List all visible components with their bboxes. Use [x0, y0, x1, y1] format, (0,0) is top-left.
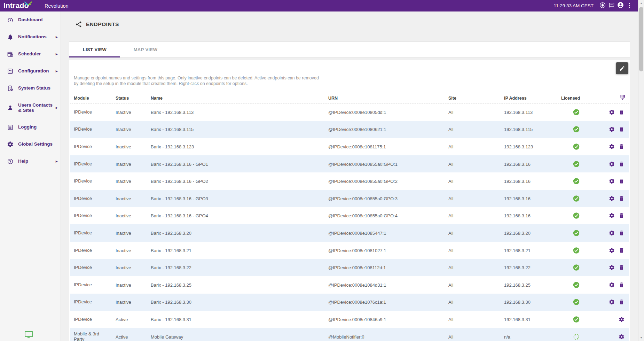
licensed-check-icon [573, 316, 580, 323]
delete-trash-icon[interactable] [619, 213, 625, 219]
delete-trash-icon[interactable] [619, 161, 625, 167]
help-circle-icon [7, 158, 14, 165]
cell-status: Active [116, 317, 128, 322]
chat-icon[interactable] [608, 2, 615, 9]
table-row[interactable]: IPDeviceInactiveBarix - 192.168.3.20@IPD… [70, 224, 629, 242]
column-header-ip[interactable]: IP Address [504, 96, 527, 101]
delete-trash-icon[interactable] [619, 178, 625, 184]
delete-trash-icon[interactable] [619, 282, 625, 288]
edit-button[interactable] [616, 62, 628, 74]
settings-gear-icon[interactable] [609, 195, 615, 201]
settings-gear-icon[interactable] [609, 161, 615, 167]
settings-gear-icon[interactable] [609, 178, 615, 184]
table-row[interactable]: IPDeviceInactiveBarix - 192.168.3.16 - G… [70, 172, 629, 190]
sidebar-item-system-status[interactable]: System Status [0, 80, 61, 97]
table-row[interactable]: IPDeviceInactiveBarix - 192.168.3.16 - G… [70, 190, 629, 207]
scrollbar-thumb[interactable] [639, 7, 643, 71]
cell-module: Mobile & 3rd Party [74, 331, 110, 341]
delete-trash-icon[interactable] [619, 126, 625, 132]
cell-urn: @IPDevice:0008e1084d31:1 [328, 282, 386, 287]
column-filter-icon[interactable] [619, 94, 626, 102]
row-actions [609, 109, 625, 115]
settings-gear-icon[interactable] [609, 144, 615, 149]
table-row[interactable]: IPDeviceInactiveBarix - 192.168.3.22@IPD… [70, 259, 629, 276]
sidebar-item-configuration[interactable]: Configuration▶ [0, 63, 61, 80]
delete-trash-icon[interactable] [619, 195, 625, 201]
delete-trash-icon[interactable] [619, 144, 625, 149]
cell-name: Barix - 192.168.3.16 - GPO4 [151, 213, 208, 218]
bell-icon [7, 34, 14, 40]
tab-map-view[interactable]: MAP VIEW [120, 42, 171, 57]
account-icon[interactable] [617, 1, 624, 9]
table-row[interactable]: IPDeviceActiveBarix - 192.168.3.31@IPDev… [70, 311, 629, 328]
settings-gear-icon[interactable] [619, 334, 625, 340]
cell-site: All [448, 213, 453, 218]
cell-module: IPDevice [74, 317, 110, 322]
settings-gear-icon[interactable] [609, 247, 615, 253]
table-row[interactable]: IPDeviceInactiveBarix - 192.168.3.123@IP… [70, 138, 629, 155]
cell-name: Barix - 192.168.3.16 - GPO1 [151, 161, 208, 166]
alarm-icon[interactable] [599, 2, 606, 9]
row-actions [609, 265, 625, 271]
row-actions [619, 334, 625, 340]
column-header-module[interactable]: Module [74, 96, 89, 101]
settings-gear-icon[interactable] [609, 109, 615, 115]
vertical-scrollbar[interactable]: ▲ ▼ [638, 0, 644, 341]
settings-gear-icon[interactable] [609, 126, 615, 132]
table-row[interactable]: Mobile & 3rd PartyActiveMobile Gateway@M… [70, 328, 629, 341]
delete-trash-icon[interactable] [619, 230, 625, 236]
table-row[interactable]: IPDeviceInactiveBarix - 192.168.3.16 - G… [70, 207, 629, 225]
cell-ip-address: 192.168.3.25 [504, 282, 531, 287]
licensed-check-icon [573, 160, 580, 168]
delete-trash-icon[interactable] [619, 247, 625, 253]
settings-gear-icon[interactable] [619, 316, 625, 322]
scroll-down-icon[interactable]: ▼ [638, 336, 644, 339]
cell-status: Inactive [116, 161, 131, 166]
table-row[interactable]: IPDeviceInactiveBarix - 192.168.3.115@IP… [70, 121, 629, 138]
cell-module: IPDevice [74, 248, 110, 253]
monitor-status-icon[interactable] [24, 331, 33, 339]
settings-gear-icon[interactable] [609, 230, 615, 236]
topbar-icon-group [597, 1, 633, 10]
sidebar-item-help[interactable]: Help▶ [0, 153, 61, 170]
settings-gear-icon[interactable] [609, 299, 615, 305]
cell-urn: @IPDevice:0008e1080621:1 [328, 127, 386, 132]
column-header-urn[interactable]: URN [328, 96, 338, 101]
settings-gear-icon[interactable] [609, 282, 615, 288]
column-header-licensed[interactable]: Licensed [561, 96, 580, 101]
cell-name: Barix - 192.168.3.21 [151, 248, 191, 253]
delete-trash-icon[interactable] [619, 265, 625, 271]
table-row[interactable]: IPDeviceInactiveBarix - 192.168.3.16 - G… [70, 155, 629, 173]
description-line-2: by deleting the setup in the module that… [74, 81, 319, 87]
table-row[interactable]: IPDeviceInactiveBarix - 192.168.3.25@IPD… [70, 276, 629, 294]
delete-trash-icon[interactable] [619, 299, 625, 305]
product-name: Revolution [45, 3, 69, 9]
delete-trash-icon[interactable] [619, 109, 625, 115]
sidebar-nav: DashboardNotifications▶Scheduler▶Configu… [0, 11, 61, 341]
table-row[interactable]: IPDeviceInactiveBarix - 192.168.3.30@IPD… [70, 294, 629, 311]
pencil-icon [619, 65, 625, 71]
scroll-up-icon[interactable]: ▲ [638, 2, 644, 5]
column-header-status[interactable]: Status [116, 96, 129, 101]
table-row[interactable]: IPDeviceInactiveBarix - 192.168.3.113@IP… [70, 103, 629, 121]
sidebar-item-scheduler[interactable]: Scheduler▶ [0, 46, 61, 63]
table-row[interactable]: IPDeviceInactiveBarix - 192.168.3.21@IPD… [70, 242, 629, 259]
intrado-logo[interactable]: Intrado [3, 0, 37, 11]
sidebar-item-logging[interactable]: Logging [0, 119, 61, 136]
licensed-check-icon [573, 247, 580, 254]
kebab-menu-icon[interactable] [626, 2, 633, 9]
cell-site: All [448, 282, 453, 287]
column-header-site[interactable]: Site [448, 96, 456, 101]
chevron-right-icon: ▶ [56, 53, 58, 56]
column-header-name[interactable]: Name [151, 96, 163, 101]
cell-site: All [448, 196, 453, 201]
settings-gear-icon[interactable] [609, 265, 615, 271]
settings-gear-icon[interactable] [609, 213, 615, 219]
endpoints-table: IPDeviceInactiveBarix - 192.168.3.113@IP… [70, 103, 629, 341]
sidebar-item-notifications[interactable]: Notifications▶ [0, 29, 61, 46]
cell-urn: @IPDevice:0008e10855a0:GPO:3 [328, 196, 398, 201]
tab-list-view[interactable]: LIST VIEW [69, 42, 120, 57]
sidebar-item-users-contacts-sites[interactable]: Users Contacts & Sites▶ [0, 97, 61, 119]
sidebar-item-dashboard[interactable]: Dashboard [0, 11, 61, 29]
sidebar-item-global-settings[interactable]: Global Settings [0, 136, 61, 153]
